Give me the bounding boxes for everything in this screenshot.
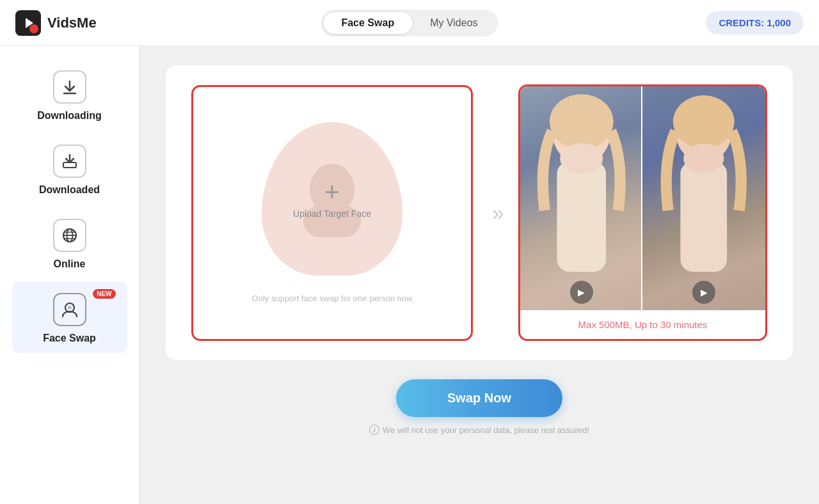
sidebar-label-downloaded: Downloaded <box>39 184 100 196</box>
svg-point-16 <box>673 95 735 148</box>
logo-area: VidsMe <box>15 10 97 36</box>
face-swap-icon <box>53 293 86 326</box>
sidebar-item-face-swap[interactable]: NEW Face Swap <box>12 281 127 353</box>
upload-target-area[interactable]: + Upload Target Face Only support face s… <box>191 85 473 341</box>
video-limit-text: Max 500MB, Up to 30 minutes <box>572 310 714 339</box>
sidebar-item-online[interactable]: Online <box>12 207 127 279</box>
logo-icon <box>15 10 41 36</box>
tab-face-swap[interactable]: Face Swap <box>323 12 412 34</box>
main-layout: Downloading Downloaded <box>0 46 819 504</box>
swap-container: + Upload Target Face Only support face s… <box>166 65 793 360</box>
play-button-right[interactable]: ▶ <box>692 281 715 304</box>
play-button-left[interactable]: ▶ <box>570 281 593 304</box>
info-icon: i <box>369 425 379 435</box>
upload-text: Upload Target Face <box>293 209 371 219</box>
privacy-text: We will not use your personal data, plea… <box>383 425 589 435</box>
header: VidsMe Face Swap My Videos CREDITS: 1,00… <box>0 0 819 46</box>
tab-my-videos[interactable]: My Videos <box>412 12 495 34</box>
sidebar-label-face-swap: Face Swap <box>43 333 96 344</box>
download-arrow-icon <box>53 70 86 104</box>
svg-point-18 <box>684 144 724 173</box>
downloaded-icon <box>53 145 86 178</box>
upload-subtitle: Only support face swap for one person no… <box>252 294 413 303</box>
credits-badge: CREDITS: 1,000 <box>706 11 804 35</box>
logo-text: VidsMe <box>47 15 97 31</box>
video-preview: ▶ <box>520 86 765 310</box>
sidebar-label-downloading: Downloading <box>37 110 101 122</box>
arrow-area: » <box>492 200 499 225</box>
svg-rect-17 <box>681 162 728 272</box>
video-half-right: ▶ <box>642 86 765 310</box>
svg-point-8 <box>68 306 72 310</box>
svg-point-10 <box>303 202 361 237</box>
person-silhouette-right <box>642 86 765 310</box>
sidebar-item-downloading[interactable]: Downloading <box>12 59 127 130</box>
swap-now-button[interactable]: Swap Now <box>396 379 562 417</box>
svg-point-14 <box>560 143 603 174</box>
globe-icon <box>53 219 86 252</box>
new-badge: NEW <box>93 289 115 299</box>
sidebar-item-downloaded[interactable]: Downloaded <box>12 133 127 205</box>
double-chevron-right-icon: » <box>492 200 499 225</box>
content-area: + Upload Target Face Only support face s… <box>139 46 819 504</box>
header-nav: Face Swap My Videos <box>321 10 498 36</box>
sidebar: Downloading Downloaded <box>0 46 139 504</box>
video-upload-area[interactable]: ▶ <box>518 84 767 341</box>
video-half-left: ▶ <box>520 86 643 310</box>
upload-inner-circle: + Upload Target Face <box>262 122 402 276</box>
upload-plus-icon: + <box>324 179 339 205</box>
svg-rect-13 <box>557 162 606 272</box>
bottom-area: Swap Now i We will not use your personal… <box>369 379 589 435</box>
person-silhouette-left <box>520 86 643 310</box>
privacy-note: i We will not use your personal data, pl… <box>369 425 589 435</box>
svg-point-12 <box>550 94 614 149</box>
sidebar-label-online: Online <box>54 258 86 270</box>
